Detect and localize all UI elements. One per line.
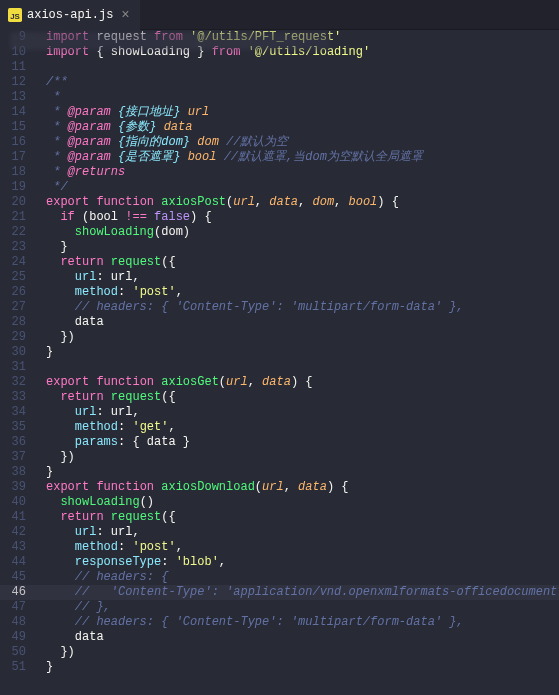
line-number: 14 — [0, 105, 26, 120]
code-line[interactable]: method: 'post', — [46, 540, 559, 555]
line-number: 24 — [0, 255, 26, 270]
line-number: 23 — [0, 240, 26, 255]
code-line[interactable]: return request({ — [46, 390, 559, 405]
code-line[interactable]: url: url, — [46, 270, 559, 285]
code-line[interactable]: } — [46, 345, 559, 360]
line-number: 35 — [0, 420, 26, 435]
line-number: 32 — [0, 375, 26, 390]
line-number: 44 — [0, 555, 26, 570]
code-line[interactable]: url: url, — [46, 405, 559, 420]
line-number: 21 — [0, 210, 26, 225]
code-line[interactable]: }) — [46, 450, 559, 465]
code-line[interactable]: params: { data } — [46, 435, 559, 450]
line-number: 45 — [0, 570, 26, 585]
line-number: 27 — [0, 300, 26, 315]
code-editor[interactable]: 9101112131415161718192021222324252627282… — [0, 30, 559, 695]
line-number: 28 — [0, 315, 26, 330]
line-number: 12 — [0, 75, 26, 90]
line-number: 22 — [0, 225, 26, 240]
code-line[interactable]: data — [46, 630, 559, 645]
code-line[interactable]: export function axiosDownload(url, data)… — [46, 480, 559, 495]
tab-axios-api[interactable]: JS axios-api.js × — [0, 0, 140, 30]
code-line[interactable]: return request({ — [46, 510, 559, 525]
code-line[interactable]: showLoading() — [46, 495, 559, 510]
line-number: 50 — [0, 645, 26, 660]
code-line[interactable]: responseType: 'blob', — [46, 555, 559, 570]
code-line[interactable]: method: 'post', — [46, 285, 559, 300]
code-line[interactable]: data — [46, 315, 559, 330]
code-line[interactable]: /** — [46, 75, 559, 90]
code-line[interactable]: // headers: { 'Content-Type': 'multipart… — [46, 300, 559, 315]
code-line[interactable] — [46, 60, 559, 75]
code-line[interactable]: if (bool !== false) { — [46, 210, 559, 225]
code-line[interactable]: * @param {是否遮罩} bool //默认遮罩,当dom为空默认全局遮罩 — [46, 150, 559, 165]
code-line[interactable]: export function axiosGet(url, data) { — [46, 375, 559, 390]
line-number: 15 — [0, 120, 26, 135]
line-number: 11 — [0, 60, 26, 75]
watermark-blur — [10, 32, 330, 50]
line-number: 30 — [0, 345, 26, 360]
line-number: 49 — [0, 630, 26, 645]
line-number: 37 — [0, 450, 26, 465]
code-area[interactable]: import request from '@/utils/PFT_request… — [38, 30, 559, 695]
line-number: 40 — [0, 495, 26, 510]
code-line[interactable]: }) — [46, 330, 559, 345]
code-line[interactable]: // }, — [46, 600, 559, 615]
code-line[interactable]: return request({ — [46, 255, 559, 270]
line-number: 41 — [0, 510, 26, 525]
line-number: 42 — [0, 525, 26, 540]
code-line[interactable]: } — [46, 240, 559, 255]
line-number: 38 — [0, 465, 26, 480]
line-number: 39 — [0, 480, 26, 495]
code-line[interactable]: * — [46, 90, 559, 105]
line-number: 51 — [0, 660, 26, 675]
line-number: 36 — [0, 435, 26, 450]
code-line[interactable]: showLoading(dom) — [46, 225, 559, 240]
line-number: 20 — [0, 195, 26, 210]
line-number: 43 — [0, 540, 26, 555]
line-number: 47 — [0, 600, 26, 615]
code-line[interactable]: */ — [46, 180, 559, 195]
code-line[interactable]: } — [46, 465, 559, 480]
code-line[interactable]: url: url, — [46, 525, 559, 540]
code-line[interactable] — [46, 360, 559, 375]
line-number: 13 — [0, 90, 26, 105]
code-line[interactable]: } — [46, 660, 559, 675]
code-line[interactable]: // headers: { — [46, 570, 559, 585]
code-line[interactable]: * @param {指向的dom} dom //默认为空 — [46, 135, 559, 150]
svg-text:JS: JS — [10, 11, 20, 20]
code-line[interactable]: // headers: { 'Content-Type': 'multipart… — [46, 615, 559, 630]
line-number: 16 — [0, 135, 26, 150]
line-number: 25 — [0, 270, 26, 285]
line-number: 34 — [0, 405, 26, 420]
js-file-icon: JS — [8, 8, 22, 22]
code-line[interactable]: }) — [46, 645, 559, 660]
line-number: 33 — [0, 390, 26, 405]
code-line[interactable]: * @param {参数} data — [46, 120, 559, 135]
line-number: 29 — [0, 330, 26, 345]
tab-label: axios-api.js — [27, 8, 113, 22]
line-number: 19 — [0, 180, 26, 195]
line-number: 18 — [0, 165, 26, 180]
code-line[interactable]: * @param {接口地址} url — [46, 105, 559, 120]
code-line[interactable]: export function axiosPost(url, data, dom… — [46, 195, 559, 210]
line-number: 17 — [0, 150, 26, 165]
close-icon[interactable]: × — [118, 7, 132, 23]
line-number: 26 — [0, 285, 26, 300]
code-line[interactable]: method: 'get', — [46, 420, 559, 435]
code-line[interactable]: // 'Content-Type': 'application/vnd.open… — [46, 585, 559, 600]
line-number: 31 — [0, 360, 26, 375]
code-line[interactable]: * @returns — [46, 165, 559, 180]
line-number: 48 — [0, 615, 26, 630]
tab-bar: JS axios-api.js × — [0, 0, 559, 30]
